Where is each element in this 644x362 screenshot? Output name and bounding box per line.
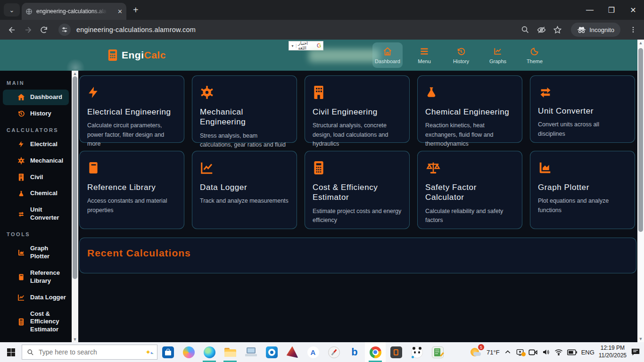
forward-button[interactable]: [20, 22, 36, 38]
sidebar-item-electrical[interactable]: Electrical: [3, 137, 69, 152]
taskbar-app-chrome[interactable]: [365, 342, 386, 362]
flask-icon: [425, 85, 438, 99]
card-cost-efficiency-estimator[interactable]: Cost & Efficiency Estimator Estimate pro…: [305, 151, 410, 229]
address-bar-url[interactable]: engineering-calculations.alamrow.com: [76, 26, 196, 33]
nav-graphs[interactable]: Graphs: [483, 42, 513, 68]
tray-chevron-up-icon[interactable]: [504, 348, 512, 356]
window-minimize-button[interactable]: —: [579, 0, 601, 20]
incognito-badge[interactable]: Incognito: [571, 23, 620, 37]
taskbar-app-bing[interactable]: b: [344, 342, 365, 362]
nav-menu[interactable]: Menu: [409, 42, 439, 68]
sidebar-item-civil[interactable]: Civil: [3, 170, 69, 185]
sidebar-scrollbar[interactable]: ▲ ▼: [72, 71, 78, 342]
engicalc-logo[interactable]: EngiCalc: [107, 49, 166, 61]
search-input[interactable]: [39, 348, 114, 356]
card-data-logger[interactable]: Data Logger Track and analyze measuremen…: [192, 151, 297, 229]
wifi-icon[interactable]: [554, 349, 563, 355]
taskbar-app-store[interactable]: [157, 342, 178, 362]
speaker-icon[interactable]: [542, 348, 550, 356]
sidebar-item-cost-efficiency[interactable]: Cost & Efficiency Estimator: [3, 306, 69, 338]
zoom-icon[interactable]: [517, 22, 533, 38]
taskbar-app-copilot[interactable]: [178, 342, 199, 362]
card-graph-plotter[interactable]: Graph Plotter Plot equations and analyze…: [530, 151, 635, 229]
microsoft-store-icon: [162, 346, 174, 358]
taskbar-app-panda[interactable]: [406, 342, 427, 362]
google-g-icon: G: [317, 42, 321, 49]
taskbar-app-file-explorer[interactable]: [220, 342, 240, 362]
taskbar-app-appstore[interactable]: A: [303, 342, 323, 362]
window-close-button[interactable]: ✕: [622, 0, 644, 20]
recent-calculations-title: Recent Calculations: [87, 247, 628, 259]
tab-close-icon[interactable]: ✕: [117, 8, 123, 15]
card-description: Structural analysis, concrete design, lo…: [313, 121, 402, 148]
card-unit-converter[interactable]: Unit Converter Convert units across all …: [530, 75, 635, 143]
home-icon: [17, 93, 25, 101]
sidebar-item-graph-plotter[interactable]: Graph Plotter: [3, 241, 69, 264]
sidebar-scrollbar-thumb[interactable]: [73, 76, 77, 279]
battery-icon[interactable]: [567, 349, 577, 355]
moon-icon: [530, 47, 539, 56]
notification-center-icon[interactable]: [631, 348, 640, 356]
back-button[interactable]: [4, 22, 20, 38]
taskbar-app-dark-utility[interactable]: [386, 342, 406, 362]
taskbar-search-box[interactable]: ✦✦••: [22, 345, 157, 360]
weather-icon[interactable]: 5: [470, 346, 482, 358]
card-electrical-engineering[interactable]: Electrical Engineering Calculate circuit…: [79, 75, 184, 143]
copilot-sparkles-icon: ✦✦••: [145, 348, 152, 356]
scroll-down-arrow[interactable]: ▼: [73, 337, 77, 342]
eye-slash-icon[interactable]: [533, 22, 549, 38]
chart-line-icon: [493, 47, 503, 56]
sidebar-item-chemical[interactable]: Chemical: [3, 186, 69, 201]
nav-history[interactable]: History: [446, 42, 476, 68]
category-card-grid: Electrical Engineering Calculate circuit…: [78, 71, 637, 229]
browser-menu-icon[interactable]: [625, 22, 641, 38]
reload-button[interactable]: [36, 22, 52, 38]
start-button[interactable]: [0, 348, 22, 356]
scroll-up-arrow[interactable]: ▲: [638, 41, 643, 45]
scroll-up-arrow[interactable]: ▲: [73, 71, 77, 76]
language-indicator[interactable]: ENG: [581, 349, 594, 356]
nav-dashboard[interactable]: Dashboard: [372, 42, 403, 68]
taskbar-clock[interactable]: 12:19 PM 11/20/2025: [599, 345, 627, 359]
tab-search-button[interactable]: ⌄: [4, 3, 20, 16]
card-civil-engineering[interactable]: Civil Engineering Structural analysis, c…: [305, 75, 410, 143]
bookmark-star-icon[interactable]: [549, 22, 565, 38]
calculator-icon: [107, 49, 118, 61]
card-safety-factor-calculator[interactable]: Safety Factor Calculator Calculate relia…: [417, 151, 522, 229]
taskbar-app-outlook[interactable]: [261, 342, 282, 362]
translate-dropdown-arrow[interactable]: ▼: [291, 44, 294, 48]
sidebar-item-label: Unit Converter: [30, 206, 66, 222]
browser-toolbar: engineering-calculations.alamrow.com Inc…: [0, 20, 644, 40]
page-scrollbar[interactable]: ▲ ▼: [637, 40, 644, 342]
section-label-calculators: CALCULATORS: [7, 127, 72, 133]
taskbar-app-matlab[interactable]: [282, 342, 303, 362]
home-icon: [383, 47, 392, 56]
taskbar-app-safari[interactable]: [323, 342, 344, 362]
page-scrollbar-thumb[interactable]: [638, 48, 643, 232]
scroll-down-arrow[interactable]: ▼: [638, 337, 643, 341]
card-title: Chemical Engineering: [425, 107, 514, 117]
taskbar-app-this-pc[interactable]: [240, 342, 261, 362]
taskbar-app-notepadpp[interactable]: [427, 342, 448, 362]
site-settings-icon[interactable]: [58, 24, 71, 36]
sidebar-item-unit-converter[interactable]: Unit Converter: [3, 202, 69, 226]
sidebar-item-dashboard[interactable]: Dashboard: [3, 90, 69, 105]
card-mechanical-engineering[interactable]: Mechanical Engineering Stress analysis, …: [192, 75, 297, 143]
new-tab-button[interactable]: +: [133, 5, 139, 15]
taskbar-app-edge[interactable]: [199, 342, 220, 362]
browser-tab[interactable]: engineering-calculations.alamro ✕: [22, 3, 126, 20]
card-reference-library[interactable]: Reference Library Access constants and m…: [79, 151, 184, 229]
nav-theme[interactable]: Theme: [520, 42, 550, 68]
weather-temperature[interactable]: 71°F: [487, 349, 500, 356]
sidebar-item-mechanical[interactable]: Mechanical: [3, 153, 69, 169]
tray-time: 12:19 PM: [599, 345, 627, 352]
meet-camera-icon[interactable]: [528, 349, 537, 356]
logo-text-prefix: Engi: [122, 49, 144, 60]
window-restore-button[interactable]: ❐: [601, 0, 622, 20]
sidebar-item-reference-library[interactable]: Reference Library: [3, 265, 69, 289]
sidebar-item-label: Electrical: [30, 140, 58, 148]
sidebar-item-data-logger[interactable]: Data Logger: [3, 290, 69, 305]
card-chemical-engineering[interactable]: Chemical Engineering Reaction kinetics, …: [417, 75, 522, 143]
cast-icon[interactable]: [516, 348, 524, 356]
sidebar-item-history[interactable]: History: [3, 106, 69, 122]
